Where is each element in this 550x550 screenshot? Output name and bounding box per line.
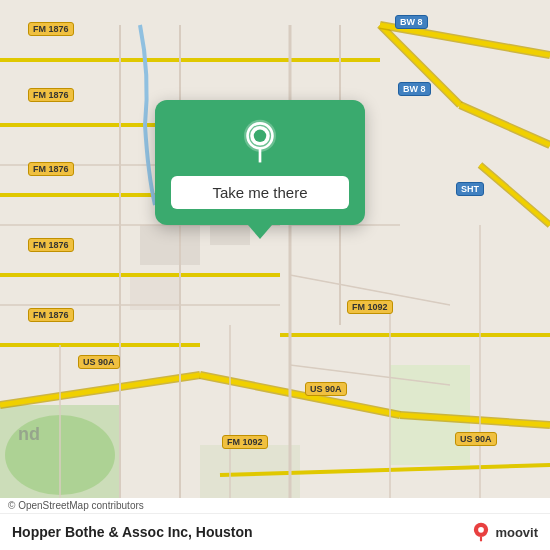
place-name: Hopper Bothe & Assoc Inc, Houston xyxy=(12,524,253,540)
map-attribution: © OpenStreetMap contributors xyxy=(0,498,550,513)
svg-rect-4 xyxy=(140,225,200,265)
road-label-fm1876-1: FM 1876 xyxy=(28,22,74,36)
road-label-bw8-1: BW 8 xyxy=(395,15,428,29)
road-label-sht: SHT xyxy=(456,182,484,196)
road-label-fm1092-1: FM 1092 xyxy=(347,300,393,314)
svg-line-21 xyxy=(0,375,200,405)
moovit-pin-icon xyxy=(471,522,491,542)
place-info-bar: Hopper Bothe & Assoc Inc, Houston moovit xyxy=(0,513,550,550)
road-label-us90a-3: US 90A xyxy=(455,432,497,446)
road-label-fm1876-4: FM 1876 xyxy=(28,238,74,252)
road-label-us90a-2: US 90A xyxy=(305,382,347,396)
location-pin-icon xyxy=(236,118,284,166)
road-label-fm1876-2: FM 1876 xyxy=(28,88,74,102)
moovit-text: moovit xyxy=(495,525,538,540)
road-label-fm1876-5: FM 1876 xyxy=(28,308,74,322)
map-container: FM 1876 BW 8 FM 1876 BW 8 FM 1876 SHT FM… xyxy=(0,0,550,550)
road-label-bw8-2: BW 8 xyxy=(398,82,431,96)
map-roads xyxy=(0,0,550,550)
svg-line-14 xyxy=(480,165,550,225)
svg-point-47 xyxy=(479,527,485,533)
svg-line-12 xyxy=(460,105,550,145)
road-label-fm1876-3: FM 1876 xyxy=(28,162,74,176)
road-label-fm1092-2: FM 1092 xyxy=(222,435,268,449)
bottom-bar: © OpenStreetMap contributors Hopper Both… xyxy=(0,498,550,550)
svg-point-44 xyxy=(254,130,266,142)
road-label-us90a-1: US 90A xyxy=(78,355,120,369)
take-me-there-button[interactable]: Take me there xyxy=(171,176,349,209)
partial-text-nd: nd xyxy=(18,424,40,445)
attribution-text: © OpenStreetMap contributors xyxy=(8,500,144,511)
moovit-logo: moovit xyxy=(471,522,538,542)
popup-card: Take me there xyxy=(155,100,365,225)
